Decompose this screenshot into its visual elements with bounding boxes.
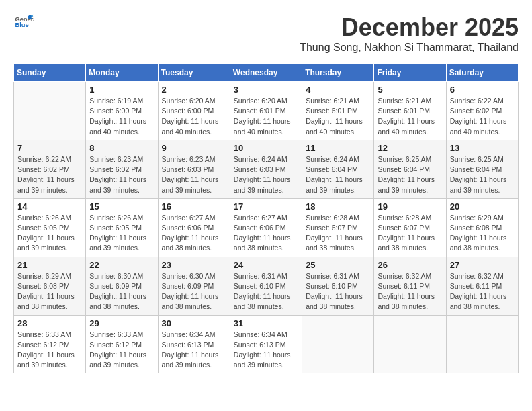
calendar-weekday-monday: Monday xyxy=(86,64,158,82)
day-info: Sunrise: 6:34 AMSunset: 6:13 PMDaylight:… xyxy=(234,330,298,371)
day-info: Sunrise: 6:30 AMSunset: 6:09 PMDaylight:… xyxy=(89,271,154,312)
day-number: 16 xyxy=(162,201,226,212)
day-number: 25 xyxy=(306,260,370,270)
calendar-cell: 22Sunrise: 6:30 AMSunset: 6:09 PMDayligh… xyxy=(86,257,158,315)
calendar-header-row: SundayMondayTuesdayWednesdayThursdayFrid… xyxy=(14,64,519,82)
day-info: Sunrise: 6:21 AMSunset: 6:01 PMDaylight:… xyxy=(306,96,370,137)
calendar-cell: 13Sunrise: 6:25 AMSunset: 6:04 PMDayligh… xyxy=(446,140,518,198)
logo: General Blue xyxy=(13,13,34,28)
calendar-cell: 21Sunrise: 6:29 AMSunset: 6:08 PMDayligh… xyxy=(14,257,86,315)
calendar-weekday-friday: Friday xyxy=(374,64,446,82)
day-info: Sunrise: 6:28 AMSunset: 6:07 PMDaylight:… xyxy=(378,213,442,254)
page-container: General Blue December 2025 Thung Song, N… xyxy=(13,13,519,373)
day-number: 29 xyxy=(89,318,154,328)
day-number: 20 xyxy=(450,201,515,212)
calendar-cell xyxy=(446,315,518,373)
day-info: Sunrise: 6:22 AMSunset: 6:02 PMDaylight:… xyxy=(450,96,515,137)
day-info: Sunrise: 6:30 AMSunset: 6:09 PMDaylight:… xyxy=(162,271,226,312)
day-number: 22 xyxy=(89,260,154,270)
calendar-cell: 5Sunrise: 6:21 AMSunset: 6:01 PMDaylight… xyxy=(374,82,446,140)
day-info: Sunrise: 6:27 AMSunset: 6:06 PMDaylight:… xyxy=(234,213,298,254)
day-number: 27 xyxy=(450,260,515,270)
day-number: 11 xyxy=(306,143,370,153)
day-info: Sunrise: 6:31 AMSunset: 6:10 PMDaylight:… xyxy=(306,271,370,312)
calendar-cell: 27Sunrise: 6:32 AMSunset: 6:11 PMDayligh… xyxy=(446,257,518,315)
day-number: 14 xyxy=(17,201,82,212)
calendar-cell: 6Sunrise: 6:22 AMSunset: 6:02 PMDaylight… xyxy=(446,82,518,140)
calendar-cell: 20Sunrise: 6:29 AMSunset: 6:08 PMDayligh… xyxy=(446,198,518,257)
day-number: 9 xyxy=(162,143,226,153)
calendar-cell: 29Sunrise: 6:33 AMSunset: 6:12 PMDayligh… xyxy=(86,315,158,373)
calendar-week-row: 21Sunrise: 6:29 AMSunset: 6:08 PMDayligh… xyxy=(14,257,519,315)
day-number: 12 xyxy=(378,143,442,153)
calendar-cell xyxy=(14,82,86,140)
header: General Blue December 2025 Thung Song, N… xyxy=(13,13,519,60)
calendar-cell: 18Sunrise: 6:28 AMSunset: 6:07 PMDayligh… xyxy=(302,198,374,257)
day-info: Sunrise: 6:34 AMSunset: 6:13 PMDaylight:… xyxy=(162,330,226,371)
day-number: 4 xyxy=(306,85,370,95)
day-info: Sunrise: 6:22 AMSunset: 6:02 PMDaylight:… xyxy=(17,154,82,195)
calendar-cell: 24Sunrise: 6:31 AMSunset: 6:10 PMDayligh… xyxy=(230,257,302,315)
day-info: Sunrise: 6:29 AMSunset: 6:08 PMDaylight:… xyxy=(17,271,82,312)
day-number: 31 xyxy=(234,318,298,328)
calendar-weekday-wednesday: Wednesday xyxy=(230,64,302,82)
calendar-cell: 28Sunrise: 6:33 AMSunset: 6:12 PMDayligh… xyxy=(14,315,86,373)
calendar-weekday-tuesday: Tuesday xyxy=(158,64,230,82)
day-info: Sunrise: 6:23 AMSunset: 6:03 PMDaylight:… xyxy=(162,154,226,195)
svg-text:Blue: Blue xyxy=(15,21,28,28)
calendar-weekday-thursday: Thursday xyxy=(302,64,374,82)
day-info: Sunrise: 6:29 AMSunset: 6:08 PMDaylight:… xyxy=(450,213,515,254)
day-number: 23 xyxy=(162,260,226,270)
day-number: 18 xyxy=(306,201,370,212)
day-number: 7 xyxy=(17,143,82,153)
calendar-weekday-saturday: Saturday xyxy=(446,64,518,82)
day-number: 10 xyxy=(234,143,298,153)
day-info: Sunrise: 6:19 AMSunset: 6:00 PMDaylight:… xyxy=(89,96,154,137)
day-info: Sunrise: 6:26 AMSunset: 6:05 PMDaylight:… xyxy=(17,213,82,254)
day-number: 6 xyxy=(450,85,515,95)
calendar-cell: 16Sunrise: 6:27 AMSunset: 6:06 PMDayligh… xyxy=(158,198,230,257)
calendar-cell: 12Sunrise: 6:25 AMSunset: 6:04 PMDayligh… xyxy=(374,140,446,198)
day-number: 3 xyxy=(234,85,298,95)
calendar-cell: 31Sunrise: 6:34 AMSunset: 6:13 PMDayligh… xyxy=(230,315,302,373)
day-info: Sunrise: 6:23 AMSunset: 6:02 PMDaylight:… xyxy=(89,154,154,195)
calendar-cell: 11Sunrise: 6:24 AMSunset: 6:04 PMDayligh… xyxy=(302,140,374,198)
day-number: 28 xyxy=(17,318,82,328)
day-number: 24 xyxy=(234,260,298,270)
day-info: Sunrise: 6:31 AMSunset: 6:10 PMDaylight:… xyxy=(234,271,298,312)
day-info: Sunrise: 6:33 AMSunset: 6:12 PMDaylight:… xyxy=(17,330,82,371)
day-info: Sunrise: 6:24 AMSunset: 6:04 PMDaylight:… xyxy=(306,154,370,195)
calendar-week-row: 1Sunrise: 6:19 AMSunset: 6:00 PMDaylight… xyxy=(14,82,519,140)
calendar-table: SundayMondayTuesdayWednesdayThursdayFrid… xyxy=(13,63,519,373)
day-info: Sunrise: 6:26 AMSunset: 6:05 PMDaylight:… xyxy=(89,213,154,254)
calendar-cell: 3Sunrise: 6:20 AMSunset: 6:01 PMDaylight… xyxy=(230,82,302,140)
day-info: Sunrise: 6:20 AMSunset: 6:00 PMDaylight:… xyxy=(162,96,226,137)
calendar-week-row: 28Sunrise: 6:33 AMSunset: 6:12 PMDayligh… xyxy=(14,315,519,373)
calendar-cell: 7Sunrise: 6:22 AMSunset: 6:02 PMDaylight… xyxy=(14,140,86,198)
day-number: 17 xyxy=(234,201,298,212)
calendar-cell: 15Sunrise: 6:26 AMSunset: 6:05 PMDayligh… xyxy=(86,198,158,257)
day-number: 15 xyxy=(89,201,154,212)
day-info: Sunrise: 6:20 AMSunset: 6:01 PMDaylight:… xyxy=(234,96,298,137)
day-number: 13 xyxy=(450,143,515,153)
calendar-week-row: 14Sunrise: 6:26 AMSunset: 6:05 PMDayligh… xyxy=(14,198,519,257)
month-title: December 2025 xyxy=(300,13,519,42)
day-number: 26 xyxy=(378,260,442,270)
day-number: 8 xyxy=(89,143,154,153)
subtitle: Thung Song, Nakhon Si Thammarat, Thailan… xyxy=(300,42,519,54)
calendar-cell: 4Sunrise: 6:21 AMSunset: 6:01 PMDaylight… xyxy=(302,82,374,140)
calendar-weekday-sunday: Sunday xyxy=(14,64,86,82)
day-info: Sunrise: 6:28 AMSunset: 6:07 PMDaylight:… xyxy=(306,213,370,254)
day-info: Sunrise: 6:24 AMSunset: 6:03 PMDaylight:… xyxy=(234,154,298,195)
day-info: Sunrise: 6:33 AMSunset: 6:12 PMDaylight:… xyxy=(89,330,154,371)
calendar-cell: 26Sunrise: 6:32 AMSunset: 6:11 PMDayligh… xyxy=(374,257,446,315)
calendar-cell: 30Sunrise: 6:34 AMSunset: 6:13 PMDayligh… xyxy=(158,315,230,373)
calendar-cell: 14Sunrise: 6:26 AMSunset: 6:05 PMDayligh… xyxy=(14,198,86,257)
day-number: 30 xyxy=(162,318,226,328)
calendar-cell: 10Sunrise: 6:24 AMSunset: 6:03 PMDayligh… xyxy=(230,140,302,198)
title-block: December 2025 Thung Song, Nakhon Si Tham… xyxy=(300,13,519,60)
calendar-cell: 25Sunrise: 6:31 AMSunset: 6:10 PMDayligh… xyxy=(302,257,374,315)
calendar-cell: 23Sunrise: 6:30 AMSunset: 6:09 PMDayligh… xyxy=(158,257,230,315)
calendar-cell: 2Sunrise: 6:20 AMSunset: 6:00 PMDaylight… xyxy=(158,82,230,140)
day-number: 1 xyxy=(89,85,154,95)
